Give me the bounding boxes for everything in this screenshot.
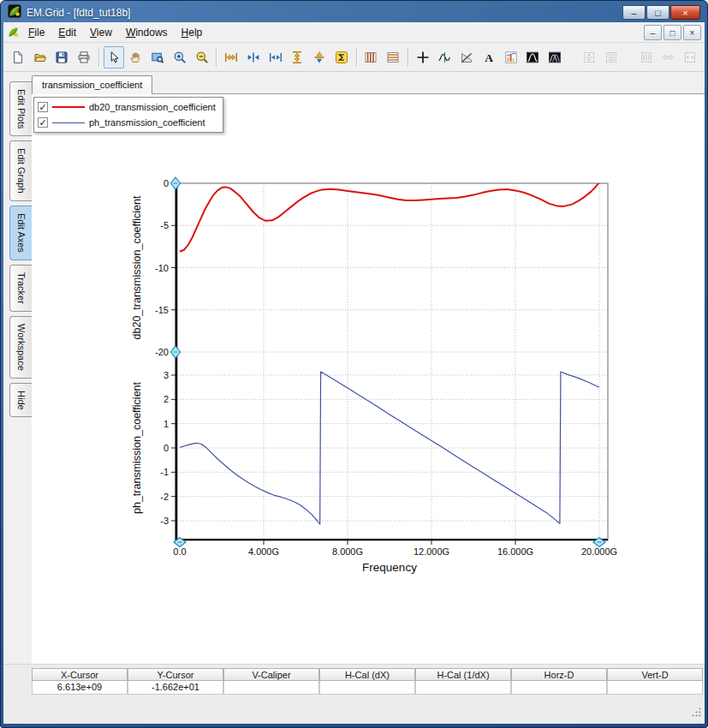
crosshair-icon xyxy=(416,51,430,64)
plot-document: ✓db20_transmission_coefficient✓ph_transm… xyxy=(32,94,705,664)
caption-buttons: –□× xyxy=(622,5,700,20)
y-axis-handle-bottom[interactable] xyxy=(171,346,181,358)
print-button[interactable] xyxy=(74,46,94,69)
vertical-grid-button[interactable] xyxy=(361,46,382,69)
column-stripes-icon xyxy=(364,51,378,64)
scale-y-icon xyxy=(312,51,326,64)
crosshair-cursor-button[interactable] xyxy=(413,46,433,69)
legend-line-sample xyxy=(52,122,85,123)
svg-text:2: 2 xyxy=(164,394,169,404)
status-col-h-cal-dx-: H-Cal (dX) xyxy=(319,668,415,681)
auto-scale-button[interactable] xyxy=(331,46,352,69)
windowed-fft-button[interactable] xyxy=(544,46,565,69)
sidebar-tab-workspace[interactable]: Workspace xyxy=(9,316,32,379)
sidebar-tab-edit-graph[interactable]: Edit Graph xyxy=(9,140,32,201)
sidebar-tab-tracker[interactable]: Tracker xyxy=(9,265,32,312)
legend-row: ✓db20_transmission_coefficient xyxy=(38,100,216,114)
curve-db20_transmission_coefficient xyxy=(180,182,599,252)
menu-edit[interactable]: Edit xyxy=(51,24,83,41)
menu-view[interactable]: View xyxy=(83,24,119,41)
save-file-button[interactable] xyxy=(51,46,72,69)
tab-transmission-coefficient[interactable]: transmission_coefficient xyxy=(32,75,152,94)
toolbar-separator xyxy=(216,48,217,67)
svg-text:0: 0 xyxy=(164,178,169,188)
vertical-range-button[interactable] xyxy=(601,46,622,69)
menu-help[interactable]: Help xyxy=(175,24,210,41)
sidebar-tab-edit-axes[interactable]: Edit Axes xyxy=(9,206,32,260)
expand-x-button[interactable] xyxy=(221,46,241,69)
new-document-button[interactable] xyxy=(8,46,28,69)
toolbar: A xyxy=(3,43,705,72)
legend-line-sample xyxy=(52,106,85,108)
status-value xyxy=(607,681,703,695)
zoom-out-icon xyxy=(195,51,209,64)
mdi-restore-button[interactable]: □ xyxy=(663,25,681,40)
sidebar: Edit PlotsEdit GraphEdit AxesTrackerWork… xyxy=(3,72,32,664)
status-col-y-cursor: Y-Cursor xyxy=(128,668,223,681)
minimize-button[interactable]: – xyxy=(622,5,646,20)
horizontal-range-button[interactable] xyxy=(636,46,657,69)
fft-button[interactable] xyxy=(522,46,543,69)
close-button[interactable]: × xyxy=(670,5,700,20)
vertical-range-icon xyxy=(604,51,618,64)
scale-x-button[interactable] xyxy=(243,46,264,69)
svg-text:-5: -5 xyxy=(160,220,169,230)
scale-x-icon xyxy=(247,51,260,64)
horizontal-expand-icon xyxy=(661,51,675,64)
legend: ✓db20_transmission_coefficient✓ph_transm… xyxy=(33,97,223,133)
plot-canvas[interactable]: 0-5-10-15-203210-1-2-30.04.000G8.000G12.… xyxy=(120,170,634,599)
legend-row: ✓ph_transmission_coefficient xyxy=(38,116,216,129)
main-area: transmission_coefficient ✓db20_transmiss… xyxy=(32,72,705,664)
svg-text:4.000G: 4.000G xyxy=(248,546,279,557)
menu-windows[interactable]: Windows xyxy=(119,24,175,41)
mdi-close-button[interactable]: × xyxy=(683,25,701,40)
legend-checkbox[interactable]: ✓ xyxy=(38,102,48,112)
menubar: FileEditViewWindowsHelp –□× xyxy=(3,22,705,43)
insert-chart-button[interactable] xyxy=(501,46,521,69)
status-col-x-cursor: X-Cursor xyxy=(32,668,128,681)
menu-file[interactable]: File xyxy=(21,24,51,41)
horizontal-fit-icon xyxy=(683,51,697,64)
grid-lines xyxy=(176,183,608,540)
svg-text:20.000G: 20.000G xyxy=(581,546,617,557)
scale-y-button[interactable] xyxy=(309,46,330,69)
status-col-vert-d: Vert-D xyxy=(607,668,703,681)
status-value xyxy=(511,681,607,695)
slope-measure-button[interactable] xyxy=(456,46,477,69)
zoom-in-button[interactable] xyxy=(170,46,190,69)
zoom-window-button[interactable] xyxy=(147,46,168,69)
pan-button[interactable] xyxy=(126,46,146,69)
status-col-v-caliper: V-Caliper xyxy=(223,668,319,681)
status-value xyxy=(223,681,319,695)
text-annotation-button[interactable]: A xyxy=(479,46,499,69)
mdi-minimize-button[interactable]: – xyxy=(644,25,662,40)
fit-vertical-button[interactable] xyxy=(580,46,600,69)
titlebar: EM.Grid - [fdtd_tut18b] –□× xyxy=(3,3,705,22)
sidebar-tab-hide[interactable]: Hide xyxy=(9,383,32,418)
sigma-icon xyxy=(335,51,348,64)
zoom-out-button[interactable] xyxy=(192,46,212,69)
legend-label: db20_transmission_coefficient xyxy=(89,102,216,112)
y-axis-handle-top[interactable] xyxy=(171,177,181,189)
tracker-cursor-button[interactable] xyxy=(435,46,455,69)
svg-text:8.000G: 8.000G xyxy=(332,546,363,557)
expand-y-icon xyxy=(290,51,304,64)
expand-y-button[interactable] xyxy=(287,46,307,69)
status-value: -1.662e+01 xyxy=(128,681,223,695)
status-col-h-cal-1-dx-: H-Cal (1/dX) xyxy=(415,668,511,681)
expand-horizontal-button[interactable] xyxy=(657,46,678,69)
tracker-icon xyxy=(437,51,451,64)
resize-grip[interactable] xyxy=(691,706,702,721)
legend-checkbox[interactable]: ✓ xyxy=(38,117,48,128)
sidebar-tab-edit-plots[interactable]: Edit Plots xyxy=(9,81,32,136)
maximize-button[interactable]: □ xyxy=(646,5,669,20)
select-cursor-button[interactable] xyxy=(104,46,124,69)
horizontal-grid-button[interactable] xyxy=(383,46,403,69)
plot-border xyxy=(176,183,608,540)
fit-horizontal-button[interactable] xyxy=(680,46,700,69)
toolbar-separator xyxy=(356,48,357,67)
open-file-button[interactable] xyxy=(30,46,51,69)
svg-text:0.0: 0.0 xyxy=(173,546,186,557)
mdi-buttons: –□× xyxy=(644,25,701,40)
compress-x-button[interactable] xyxy=(265,46,286,69)
